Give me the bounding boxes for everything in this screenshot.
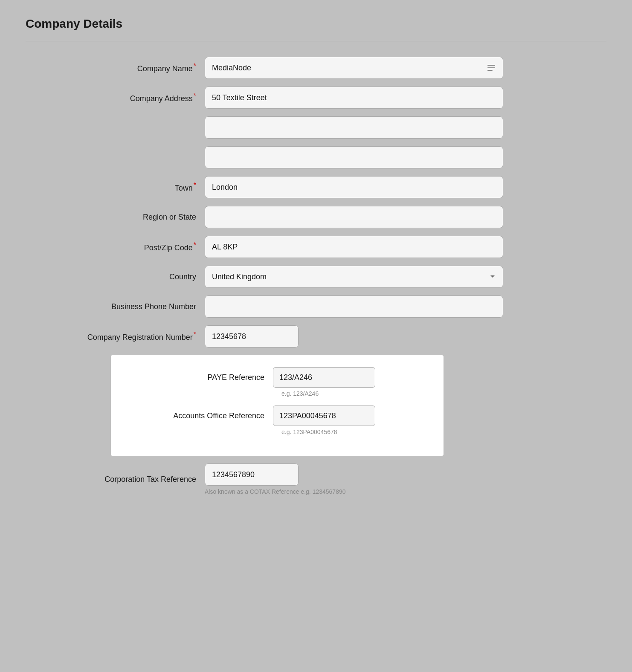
paye-hint: e.g. 123/A246 xyxy=(281,390,426,397)
company-name-wrapper xyxy=(205,57,503,79)
town-input[interactable] xyxy=(205,176,503,198)
company-address-line3-input[interactable] xyxy=(205,146,503,168)
country-row: Country United Kingdom United States Can… xyxy=(26,266,606,288)
company-name-row: Company Name* xyxy=(26,57,606,79)
region-label: Region or State xyxy=(26,213,205,222)
company-name-input[interactable] xyxy=(205,57,503,79)
company-address-input-cell xyxy=(205,87,503,109)
accounts-input[interactable] xyxy=(273,406,375,426)
paye-row: PAYE Reference xyxy=(128,367,426,388)
required-indicator: * xyxy=(194,62,196,70)
postcode-input[interactable] xyxy=(205,236,503,258)
page-title: Company Details xyxy=(26,17,606,31)
page-container: Company Details Company Name* xyxy=(0,0,632,672)
list-icon[interactable] xyxy=(485,62,497,74)
required-indicator-town: * xyxy=(194,182,196,189)
corp-tax-input[interactable] xyxy=(205,463,299,486)
company-address-line2-row xyxy=(26,116,606,139)
company-reg-input[interactable] xyxy=(205,325,299,348)
phone-label: Business Phone Number xyxy=(26,302,205,311)
required-indicator-postcode: * xyxy=(194,241,196,249)
phone-input[interactable] xyxy=(205,295,503,318)
company-address-row: Company Address* xyxy=(26,87,606,109)
corp-tax-row: Corporation Tax Reference Also known as … xyxy=(26,463,606,495)
company-address-line2-input[interactable] xyxy=(205,116,503,139)
region-row: Region or State xyxy=(26,206,606,228)
company-reg-label: Company Registration Number* xyxy=(26,331,205,342)
accounts-hint: e.g. 123PA00045678 xyxy=(281,429,426,435)
company-reg-row: Company Registration Number* xyxy=(26,325,606,348)
paye-section: PAYE Reference e.g. 123/A246 Accounts Of… xyxy=(111,355,444,456)
accounts-row: Accounts Office Reference xyxy=(128,406,426,426)
svg-rect-0 xyxy=(487,65,495,66)
postcode-label: Post/Zip Code* xyxy=(26,241,205,252)
company-address-label: Company Address* xyxy=(26,92,205,103)
paye-input[interactable] xyxy=(273,367,375,388)
svg-rect-1 xyxy=(487,67,495,68)
divider xyxy=(26,41,606,41)
town-row: Town* xyxy=(26,176,606,198)
accounts-label: Accounts Office Reference xyxy=(128,411,273,420)
required-indicator-reg: * xyxy=(194,331,196,338)
company-name-label: Company Name* xyxy=(26,62,205,73)
country-select[interactable]: United Kingdom United States Canada Aust… xyxy=(205,266,503,288)
paye-label: PAYE Reference xyxy=(128,373,273,382)
town-label: Town* xyxy=(26,182,205,193)
required-indicator-address: * xyxy=(194,92,196,99)
postcode-row: Post/Zip Code* xyxy=(26,236,606,258)
corp-tax-hint: Also known as a COTAX Reference e.g. 123… xyxy=(205,488,503,495)
country-label: Country xyxy=(26,272,205,281)
corp-tax-label: Corporation Tax Reference xyxy=(26,475,205,484)
phone-row: Business Phone Number xyxy=(26,295,606,318)
company-address-line1-input[interactable] xyxy=(205,87,503,109)
region-input[interactable] xyxy=(205,206,503,228)
company-address-line3-row xyxy=(26,146,606,168)
svg-rect-2 xyxy=(487,70,493,71)
form-body: Company Name* Company Addr xyxy=(26,57,606,503)
company-name-input-cell xyxy=(205,57,503,79)
